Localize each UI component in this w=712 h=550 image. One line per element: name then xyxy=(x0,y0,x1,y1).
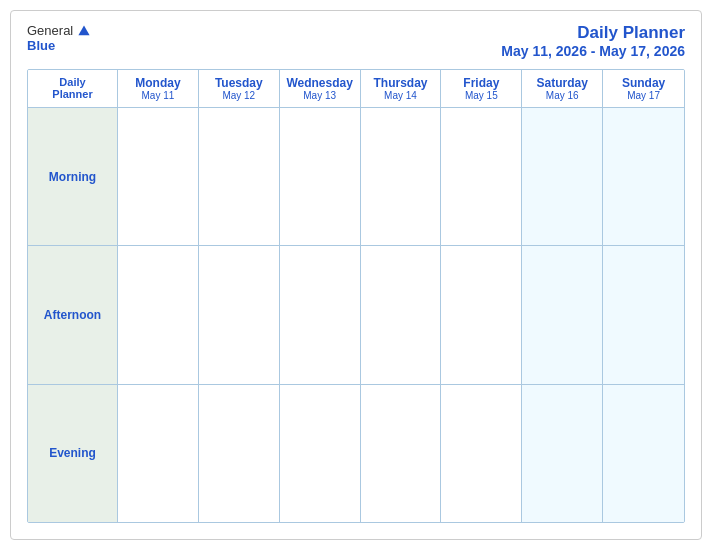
header-col-daily-planner: Daily Planner xyxy=(28,70,118,108)
header-col-tuesday: Tuesday May 12 xyxy=(199,70,280,108)
friday-label: Friday xyxy=(445,76,517,90)
tuesday-date: May 12 xyxy=(203,90,275,101)
title-area: Daily Planner May 11, 2026 - May 17, 202… xyxy=(501,23,685,59)
header-label-planner: Planner xyxy=(32,88,113,100)
afternoon-thursday-cell[interactable] xyxy=(361,246,442,383)
evening-saturday-cell[interactable] xyxy=(522,385,603,522)
sunday-label: Sunday xyxy=(607,76,680,90)
afternoon-row: Afternoon xyxy=(28,246,684,384)
afternoon-wednesday-cell[interactable] xyxy=(280,246,361,383)
calendar-header: Daily Planner Monday May 11 Tuesday May … xyxy=(28,70,684,108)
header-col-monday: Monday May 11 xyxy=(118,70,199,108)
morning-label: Morning xyxy=(28,108,118,245)
header-col-sunday: Sunday May 17 xyxy=(603,70,684,108)
morning-saturday-cell[interactable] xyxy=(522,108,603,245)
wednesday-label: Wednesday xyxy=(284,76,356,90)
saturday-label: Saturday xyxy=(526,76,598,90)
evening-label: Evening xyxy=(28,385,118,522)
afternoon-monday-cell[interactable] xyxy=(118,246,199,383)
sunday-date: May 17 xyxy=(607,90,680,101)
calendar: Daily Planner Monday May 11 Tuesday May … xyxy=(27,69,685,523)
morning-tuesday-cell[interactable] xyxy=(199,108,280,245)
afternoon-label: Afternoon xyxy=(28,246,118,383)
friday-date: May 15 xyxy=(445,90,517,101)
afternoon-saturday-cell[interactable] xyxy=(522,246,603,383)
date-range: May 11, 2026 - May 17, 2026 xyxy=(501,43,685,59)
evening-friday-cell[interactable] xyxy=(441,385,522,522)
logo-general: General xyxy=(27,23,73,38)
afternoon-tuesday-cell[interactable] xyxy=(199,246,280,383)
logo-blue-text: Blue xyxy=(27,38,55,53)
morning-friday-cell[interactable] xyxy=(441,108,522,245)
logo-area: General Blue xyxy=(27,23,91,53)
afternoon-friday-cell[interactable] xyxy=(441,246,522,383)
morning-wednesday-cell[interactable] xyxy=(280,108,361,245)
header-label-daily: Daily xyxy=(32,76,113,88)
svg-marker-0 xyxy=(79,25,90,35)
evening-monday-cell[interactable] xyxy=(118,385,199,522)
logo-blue: Blue xyxy=(27,38,55,53)
logo-icon xyxy=(77,24,91,38)
evening-row: Evening xyxy=(28,385,684,522)
thursday-date: May 14 xyxy=(365,90,437,101)
morning-monday-cell[interactable] xyxy=(118,108,199,245)
wednesday-date: May 13 xyxy=(284,90,356,101)
header-col-saturday: Saturday May 16 xyxy=(522,70,603,108)
morning-thursday-cell[interactable] xyxy=(361,108,442,245)
morning-row: Morning xyxy=(28,108,684,246)
header-col-thursday: Thursday May 14 xyxy=(361,70,442,108)
morning-sunday-cell[interactable] xyxy=(603,108,684,245)
thursday-label: Thursday xyxy=(365,76,437,90)
header-col-wednesday: Wednesday May 13 xyxy=(280,70,361,108)
header: General Blue Daily Planner May 11, 2026 … xyxy=(27,23,685,59)
page-title: Daily Planner xyxy=(501,23,685,43)
evening-sunday-cell[interactable] xyxy=(603,385,684,522)
afternoon-sunday-cell[interactable] xyxy=(603,246,684,383)
monday-date: May 11 xyxy=(122,90,194,101)
tuesday-label: Tuesday xyxy=(203,76,275,90)
evening-tuesday-cell[interactable] xyxy=(199,385,280,522)
evening-wednesday-cell[interactable] xyxy=(280,385,361,522)
header-col-friday: Friday May 15 xyxy=(441,70,522,108)
logo-text: General xyxy=(27,23,91,38)
monday-label: Monday xyxy=(122,76,194,90)
saturday-date: May 16 xyxy=(526,90,598,101)
page-container: General Blue Daily Planner May 11, 2026 … xyxy=(10,10,702,540)
evening-thursday-cell[interactable] xyxy=(361,385,442,522)
calendar-body: Morning Afternoon xyxy=(28,108,684,522)
